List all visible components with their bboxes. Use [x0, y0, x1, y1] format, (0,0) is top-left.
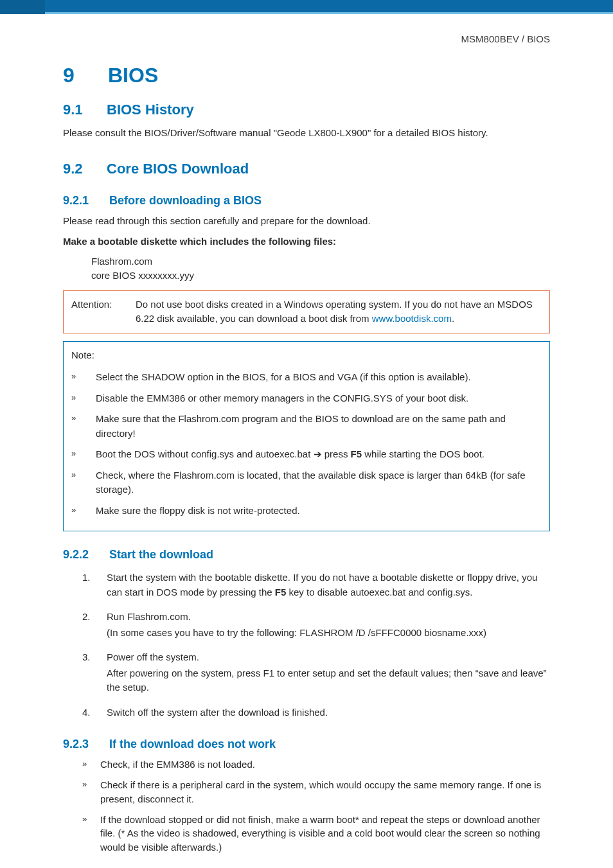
section-number: 9.1	[63, 102, 91, 118]
note-text-mid: press	[322, 448, 351, 459]
subsection-number: 9.2.1	[63, 194, 98, 208]
section-title: Core BIOS Download	[107, 161, 249, 177]
file-list: Flashrom.com core BIOS xxxxxxxx.yyy	[91, 254, 550, 283]
chevron-icon: »	[71, 504, 91, 518]
file-item: core BIOS xxxxxxxx.yyy	[91, 269, 550, 283]
step-line: After powering on the system, press F1 t…	[107, 666, 550, 695]
note-item: » Check, where the Flashrom.com is locat…	[71, 468, 542, 497]
note-list: » Select the SHADOW option in the BIOS, …	[71, 370, 542, 518]
step-item: 1. Start the system with the bootable di…	[82, 571, 550, 601]
key-f5: F5	[275, 587, 287, 598]
list-item: » Check if there is a peripheral card in…	[82, 778, 550, 806]
list-text: If the download stopped or did not finis…	[100, 813, 550, 855]
note-text: Select the SHADOW option in the BIOS, fo…	[96, 370, 542, 385]
chapter-number: 9	[63, 64, 89, 87]
chevron-icon: »	[71, 468, 91, 497]
running-header: MSM800BEV / BIOS	[63, 33, 550, 44]
note-title: Note:	[71, 348, 542, 363]
paragraph-bold: Make a bootable diskette which includes …	[63, 235, 550, 249]
chapter-heading: 9 BIOS	[63, 64, 550, 87]
subsection-title: Before downloading a BIOS	[109, 194, 262, 208]
chevron-icon: »	[82, 757, 95, 772]
step-line: (In some cases you have to try the follo…	[107, 626, 550, 641]
step-text: Start the system with the bootable diske…	[107, 571, 550, 601]
page-content: MSM800BEV / BIOS 9 BIOS 9.1 BIOS History…	[0, 14, 613, 868]
step-number: 3.	[82, 650, 100, 696]
subsection-title: If the download does not work	[109, 738, 276, 751]
note-text-pre: Boot the DOS without config.sys and auto…	[96, 448, 314, 459]
top-notch	[0, 0, 45, 14]
ordered-steps: 1. Start the system with the bootable di…	[82, 571, 550, 721]
step-item: 3. Power off the system. After powering …	[82, 650, 550, 696]
note-item: » Boot the DOS without config.sys and au…	[71, 447, 542, 462]
key-f5: F5	[351, 448, 362, 459]
subsection-title: Start the download	[109, 548, 213, 562]
troubleshoot-list: » Check, if the EMM386 is not loaded. » …	[82, 757, 550, 855]
step-number: 4.	[82, 705, 100, 722]
chevron-icon: »	[82, 813, 95, 855]
attention-text-post: .	[452, 313, 454, 324]
step-line: Run Flashrom.com.	[107, 610, 550, 624]
section-heading: 9.2 Core BIOS Download	[63, 161, 550, 177]
note-item: » Select the SHADOW option in the BIOS, …	[71, 370, 542, 385]
paragraph: Please read through this section careful…	[63, 214, 550, 228]
note-box: Note: » Select the SHADOW option in the …	[63, 341, 550, 532]
chevron-icon: »	[71, 391, 91, 406]
attention-body: Do not use boot disks created in a Windo…	[136, 297, 542, 326]
note-item: » Disable the EMM386 or other memory man…	[71, 391, 542, 406]
step-item: 2. Run Flashrom.com. (In some cases you …	[82, 610, 550, 641]
note-text: Disable the EMM386 or other memory manag…	[96, 391, 542, 406]
step-item: 4. Switch off the system after the downl…	[82, 705, 550, 722]
note-text: Boot the DOS without config.sys and auto…	[96, 447, 542, 462]
list-item: » If the download stopped or did not fin…	[82, 813, 550, 855]
chevron-icon: »	[71, 412, 91, 441]
note-item: » Make sure that the Flashrom.com progra…	[71, 412, 542, 441]
step-line-post: key to disable autoexec.bat and config.s…	[286, 587, 472, 598]
subsection-heading: 9.2.2 Start the download	[63, 548, 550, 562]
subsection-heading: 9.2.1 Before downloading a BIOS	[63, 194, 550, 208]
arrow-icon: ➔	[314, 448, 322, 459]
step-text: Switch off the system after the download…	[107, 705, 550, 722]
chapter-title: BIOS	[108, 64, 158, 87]
step-number: 1.	[82, 571, 100, 601]
note-text: Check, where the Flashrom.com is located…	[96, 468, 542, 497]
attention-label: Attention:	[71, 297, 129, 326]
note-text: Make sure the floppy disk is not write-p…	[96, 504, 542, 518]
list-text: Check, if the EMM386 is not loaded.	[100, 757, 550, 772]
subsection-number: 9.2.3	[63, 738, 98, 751]
note-item: » Make sure the floppy disk is not write…	[71, 504, 542, 518]
list-text: Check if there is a peripheral card in t…	[100, 778, 550, 806]
note-text: Make sure that the Flashrom.com program …	[96, 412, 542, 441]
top-band	[0, 0, 613, 14]
section-number: 9.2	[63, 161, 91, 177]
subsection-number: 9.2.2	[63, 548, 98, 562]
attention-text: Do not use boot disks created in a Windo…	[136, 299, 533, 324]
note-text-post: while starting the DOS boot.	[362, 448, 484, 459]
step-text: Run Flashrom.com. (In some cases you hav…	[107, 610, 550, 641]
list-item: » Check, if the EMM386 is not loaded.	[82, 757, 550, 772]
attention-box: Attention: Do not use boot disks created…	[63, 290, 550, 333]
bootdisk-link[interactable]: www.bootdisk.com	[372, 313, 452, 324]
paragraph: Please consult the BIOS/Driver/Software …	[63, 126, 550, 140]
subsection-heading: 9.2.3 If the download does not work	[63, 738, 550, 751]
file-item: Flashrom.com	[91, 254, 550, 269]
section-heading: 9.1 BIOS History	[63, 102, 550, 118]
chevron-icon: »	[71, 370, 91, 385]
step-number: 2.	[82, 610, 100, 641]
step-text: Power off the system. After powering on …	[107, 650, 550, 696]
section-title: BIOS History	[107, 102, 194, 118]
chevron-icon: »	[71, 447, 91, 462]
step-line: Switch off the system after the download…	[107, 705, 550, 720]
chevron-icon: »	[82, 778, 95, 806]
step-line: Power off the system.	[107, 650, 550, 665]
